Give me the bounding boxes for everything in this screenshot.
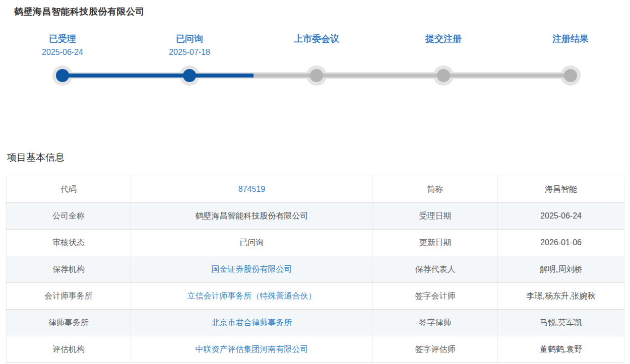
valuation-firm-link[interactable]: 中联资产评估集团河南有限公司 — [196, 345, 308, 353]
row-value: 中联资产评估集团河南有限公司 — [131, 336, 373, 363]
row-value: 马锐,莫军凯 — [498, 310, 624, 336]
row-value: 874519 — [131, 176, 373, 203]
timeline-dot-registration-result — [564, 69, 577, 82]
review-timeline: 已受理 2025-06-24 已问询 2025-07-18 上市委会议 提交注册… — [0, 0, 630, 116]
row-label: 更新日期 — [373, 230, 498, 256]
row-value: 国金证券股份有限公司 — [131, 256, 373, 283]
project-info-table: 代码 874519 简称 海昌智能 公司全称 鹤壁海昌智能科技股份有限公司 受理… — [6, 176, 624, 363]
row-value: 2026-01-06 — [498, 230, 624, 256]
timeline-stage-inquired: 已问询 2025-07-18 — [126, 33, 253, 57]
stage-label: 已问询 — [126, 33, 253, 44]
row-label: 保荐代表人 — [373, 256, 498, 283]
table-row-review-status: 审核状态 已问询 更新日期 2026-01-06 — [7, 230, 624, 256]
row-label: 签字会计师 — [373, 283, 498, 310]
table-row-code: 代码 874519 简称 海昌智能 — [7, 176, 624, 203]
section-title-project-basic-info: 项目基本信息 — [7, 151, 65, 164]
timeline-line-progress — [62, 74, 254, 78]
row-label: 审核状态 — [7, 230, 131, 256]
row-value: 立信会计师事务所（特殊普通合伙） — [131, 283, 373, 310]
row-label: 签字评估师 — [373, 336, 498, 363]
row-label: 评估机构 — [7, 336, 131, 363]
stage-label: 提交注册 — [380, 33, 507, 44]
timeline-dot-accepted — [56, 69, 69, 82]
timeline-stage-registration-result: 注册结果 — [507, 33, 630, 47]
timeline-dot-committee-meeting — [310, 69, 323, 82]
timeline-stage-submit-registration: 提交注册 — [380, 33, 507, 47]
row-label: 会计师事务所 — [7, 283, 131, 310]
row-value: 董鹤鹤,袁野 — [498, 336, 624, 363]
row-value: 北京市君合律师事务所 — [131, 310, 373, 336]
stage-date: 2025-06-24 — [0, 47, 126, 57]
row-value: 解明,周刘桥 — [498, 256, 624, 283]
row-value: 鹤壁海昌智能科技股份有限公司 — [131, 203, 373, 230]
stage-label: 上市委会议 — [253, 33, 380, 44]
ipo-status-page: 鹤壁海昌智能科技股份有限公司 已受理 2025-06-24 已问询 2025-0… — [0, 0, 630, 364]
row-value: 已问询 — [131, 230, 373, 256]
table-row-company-name: 公司全称 鹤壁海昌智能科技股份有限公司 受理日期 2025-06-24 — [7, 203, 624, 230]
table-row-valuation-firm: 评估机构 中联资产评估集团河南有限公司 签字评估师 董鹤鹤,袁野 — [7, 336, 624, 363]
row-label: 保荐机构 — [7, 256, 131, 283]
timeline-stage-accepted: 已受理 2025-06-24 — [0, 33, 126, 57]
stage-date: 2025-07-18 — [126, 47, 253, 57]
table-row-law-firm: 律师事务所 北京市君合律师事务所 签字律师 马锐,莫军凯 — [7, 310, 624, 336]
row-value: 2025-06-24 — [498, 203, 624, 230]
row-value: 李璟,杨东升,张婉秋 — [498, 283, 624, 310]
stage-label: 已受理 — [0, 33, 126, 44]
timeline-dot-inquired — [183, 69, 196, 82]
row-label: 代码 — [7, 176, 131, 203]
timeline-dot-submit-registration — [437, 69, 450, 82]
sponsor-link[interactable]: 国金证券股份有限公司 — [212, 265, 292, 273]
stock-code-link[interactable]: 874519 — [238, 185, 265, 193]
table-row-sponsor: 保荐机构 国金证券股份有限公司 保荐代表人 解明,周刘桥 — [7, 256, 624, 283]
table-row-accounting-firm: 会计师事务所 立信会计师事务所（特殊普通合伙） 签字会计师 李璟,杨东升,张婉秋 — [7, 283, 624, 310]
timeline-stage-committee-meeting: 上市委会议 — [253, 33, 380, 47]
row-value: 海昌智能 — [498, 176, 624, 203]
stage-label: 注册结果 — [507, 33, 630, 44]
row-label: 公司全称 — [7, 203, 131, 230]
row-label: 简称 — [373, 176, 498, 203]
row-label: 签字律师 — [373, 310, 498, 336]
law-firm-link[interactable]: 北京市君合律师事务所 — [212, 318, 292, 327]
row-label: 律师事务所 — [7, 310, 131, 336]
accounting-firm-link[interactable]: 立信会计师事务所（特殊普通合伙） — [187, 292, 317, 300]
row-label: 受理日期 — [373, 203, 498, 230]
